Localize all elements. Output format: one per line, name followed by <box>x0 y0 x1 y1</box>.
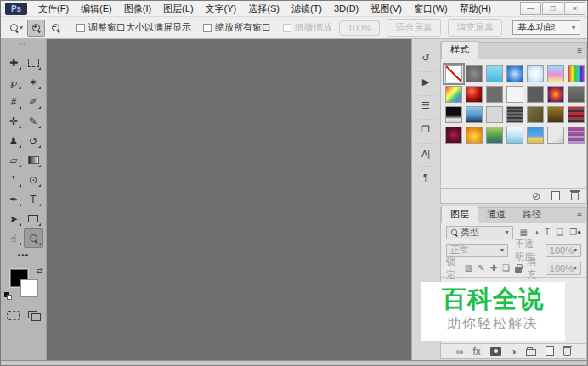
menu-item[interactable]: 帮助(H) <box>454 1 497 17</box>
lock-paint-icon[interactable]: ✎ <box>478 264 484 273</box>
magic-wand-tool[interactable]: ✶ <box>24 72 43 92</box>
style-swatch-none[interactable] <box>445 65 462 82</box>
eyedropper-tool[interactable]: ✐ <box>24 92 43 111</box>
style-swatch-gray-bevel[interactable] <box>466 65 483 82</box>
style-swatch-cyan[interactable] <box>486 65 503 82</box>
lock-all-icon[interactable] <box>515 267 522 273</box>
resize-windows-checkbox[interactable]: 调整窗口大小以满屏显示 <box>76 21 191 34</box>
swap-colors-icon[interactable]: ⇄ <box>37 267 43 275</box>
style-swatch-noise-stripes[interactable] <box>506 106 523 123</box>
shape-tool[interactable] <box>24 209 43 228</box>
style-swatch-white-glow[interactable] <box>527 65 544 82</box>
opacity-field[interactable]: 100% ▾ <box>546 244 581 257</box>
tab-paths[interactable]: 路径 <box>514 206 550 223</box>
lock-artboard-icon[interactable]: ❏ <box>502 264 510 273</box>
history-panel-icon[interactable]: ↺ <box>415 48 437 68</box>
menu-item[interactable]: 图像(I) <box>118 1 157 17</box>
style-swatch-sky[interactable] <box>506 127 523 144</box>
style-swatch-purple-orange-glow[interactable] <box>547 86 564 103</box>
style-swatch-olive-texture[interactable] <box>527 106 544 123</box>
lock-transparent-icon[interactable]: ▨ <box>465 264 472 273</box>
blur-tool[interactable]: ❜ <box>4 170 24 189</box>
menu-item[interactable]: 视图(V) <box>365 1 408 17</box>
style-swatch-gold-brown[interactable] <box>547 106 564 123</box>
style-swatch-light-gray[interactable] <box>486 106 503 123</box>
delete-layer-button[interactable] <box>563 347 571 356</box>
menu-item[interactable]: 选择(S) <box>242 1 286 17</box>
menu-item[interactable]: 文字(Y) <box>200 1 243 17</box>
style-swatch-purple-stripes[interactable] <box>568 127 585 144</box>
panel-menu-icon[interactable]: ≡ <box>577 46 582 55</box>
style-swatch-gold-fire[interactable] <box>466 127 483 144</box>
style-swatch-rainbow-stripes[interactable] <box>568 65 585 82</box>
menu-item[interactable]: 滤镜(T) <box>286 1 328 17</box>
style-swatch-beach[interactable] <box>527 127 544 144</box>
dodge-tool[interactable]: ⊙ <box>24 170 43 189</box>
history-brush-tool[interactable]: ↺ <box>24 131 43 150</box>
clear-style-button[interactable]: ⊘ <box>532 191 540 201</box>
style-swatch-blue-button[interactable] <box>506 65 523 82</box>
style-swatch-black-wave[interactable] <box>445 106 462 123</box>
delete-style-button[interactable] <box>571 192 579 200</box>
style-swatch-light-shape[interactable] <box>547 127 564 144</box>
zoom-in-button[interactable]: + <box>27 20 45 37</box>
clone-source-panel-icon[interactable]: ❐ <box>415 119 437 139</box>
gradient-tool[interactable] <box>24 150 43 170</box>
adjustment-layer-button[interactable]: ◑ <box>511 346 517 357</box>
tool-preset-dropdown[interactable]: ▾ <box>8 22 25 33</box>
layer-filter-dropdown[interactable]: 类型 ▾ <box>446 226 513 239</box>
canvas-area[interactable] <box>47 39 411 362</box>
filter-type-icon[interactable]: T <box>545 228 550 237</box>
eraser-tool[interactable]: ▱ <box>4 150 24 170</box>
style-swatch-sunset-pink[interactable] <box>547 65 564 82</box>
marquee-tool[interactable] <box>24 53 43 72</box>
zoom-tool[interactable] <box>24 228 43 248</box>
tab-channels[interactable]: 通道 <box>478 206 514 223</box>
healing-brush-tool[interactable]: ✜ <box>4 111 24 131</box>
menu-item[interactable]: 文件(F) <box>32 1 75 17</box>
default-colors-icon[interactable] <box>4 292 13 301</box>
brush-tool[interactable]: ✎ <box>24 111 43 131</box>
clone-stamp-tool[interactable]: ♟ <box>4 131 24 150</box>
add-mask-button[interactable] <box>490 347 501 356</box>
menu-item[interactable]: 3D(D) <box>328 1 365 17</box>
filter-pixel-icon[interactable]: ▦ <box>520 228 528 237</box>
more-tools-icon[interactable]: ••• <box>1 251 46 260</box>
move-tool[interactable]: ✚ <box>4 53 24 72</box>
style-swatch-red-black[interactable] <box>466 86 483 103</box>
style-swatch-rainbow-grid[interactable] <box>445 86 462 103</box>
style-swatch-dark-texture[interactable] <box>527 86 544 103</box>
quick-mask-button[interactable] <box>7 311 20 320</box>
adjustments-panel-icon[interactable]: ☰ <box>415 95 437 115</box>
link-layers-button[interactable]: ∞ <box>456 346 464 357</box>
filter-toggle-icon[interactable]: ● <box>577 228 581 236</box>
maximize-button[interactable]: □ <box>542 2 563 15</box>
new-style-button[interactable] <box>551 191 560 200</box>
path-selection-tool[interactable]: ➤ <box>4 209 24 228</box>
filter-smart-icon[interactable]: ❐ <box>569 228 577 237</box>
toolbox-drag-handle[interactable]: ▪▪ <box>1 39 46 48</box>
character-panel-icon[interactable]: A| <box>415 143 437 163</box>
style-swatch-white-plain[interactable] <box>506 86 523 103</box>
filter-shape-icon[interactable]: ❏ <box>556 228 563 237</box>
actions-panel-icon[interactable]: ▶ <box>415 71 437 92</box>
style-swatch-gray-frame[interactable] <box>568 86 585 103</box>
tab-styles[interactable]: 样式 <box>441 41 478 59</box>
hand-tool[interactable]: ☝ <box>4 228 24 248</box>
pen-tool[interactable]: ✒ <box>4 189 24 209</box>
paragraph-panel-icon[interactable]: ¶ <box>415 166 437 187</box>
workspace-selector[interactable]: 基本功能 ▾ <box>512 20 580 35</box>
lock-move-icon[interactable]: ✚ <box>490 264 497 273</box>
filter-adjustment-icon[interactable]: ◑ <box>534 228 539 237</box>
tab-layers[interactable]: 图层 <box>441 206 478 223</box>
new-layer-button[interactable] <box>546 346 554 356</box>
style-swatch-blue-photo[interactable] <box>466 106 483 123</box>
panel-menu-icon[interactable]: ≡ <box>577 211 582 220</box>
menu-item[interactable]: 编辑(E) <box>75 1 118 17</box>
crop-tool[interactable]: # <box>4 92 24 111</box>
background-color-swatch[interactable] <box>20 279 38 297</box>
style-swatch-green-gradient[interactable] <box>486 127 503 144</box>
new-group-button[interactable] <box>526 349 536 356</box>
type-tool[interactable]: T <box>24 189 43 209</box>
lasso-tool[interactable]: ℘ <box>4 72 24 92</box>
